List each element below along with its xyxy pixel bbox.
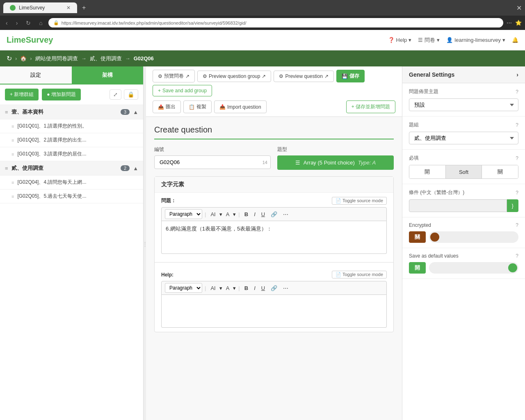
underline-button-help[interactable]: U: [259, 284, 267, 292]
question-item[interactable]: ≡ [G02Q04]、4.請問您每天上網...: [0, 176, 143, 189]
italic-button-question[interactable]: I: [252, 210, 258, 218]
question-rte-toolbar: Paragraph | AI ▾ A ▾ | B I U 🔗 ⋯: [161, 207, 387, 221]
forward-button[interactable]: ›: [14, 19, 21, 27]
reload-button[interactable]: ↻: [23, 19, 33, 27]
group-help-icon[interactable]: ?: [516, 122, 518, 128]
bold-button-question[interactable]: B: [242, 210, 250, 218]
tab-structure[interactable]: 架構: [72, 66, 144, 84]
editor-col-code: 編號 14: [154, 146, 271, 170]
save-and-add-question-button[interactable]: + 儲存並新增問題: [346, 100, 395, 113]
condition-append-button[interactable]: }: [507, 199, 518, 212]
condition-help-icon[interactable]: ?: [516, 190, 518, 196]
question-rte-content[interactable]: 6.網站滿意度（1表最不滿意，5表最滿意）：: [161, 221, 387, 254]
condition-field: }: [409, 199, 518, 212]
save-button[interactable]: 💾 儲存: [336, 70, 365, 82]
group-header-1[interactable]: ≡ 壹、基本資料 3 ▲: [0, 105, 143, 119]
import-question-button[interactable]: 📥 Import question: [214, 100, 267, 113]
breadcrumb-sep3: →: [81, 55, 87, 62]
mandatory-help-icon[interactable]: ?: [516, 155, 518, 161]
help-rte-content[interactable]: [161, 295, 387, 328]
rte-color-chevron: ▾: [233, 211, 236, 217]
encrypted-help-icon[interactable]: ?: [516, 222, 518, 228]
lock-icon-btn[interactable]: 🔒: [124, 89, 138, 100]
question-item[interactable]: ≡ [G01Q03]、3.請選擇您的居住...: [0, 147, 143, 161]
question-item[interactable]: ≡ [G01Q01]、1.請選擇您的性別。: [0, 119, 143, 133]
right-panel: General Settings › 問題佈景主題 ? 預設 題組 ? 貳、使用…: [402, 66, 525, 420]
question-drag-icon: ≡: [11, 152, 14, 157]
save-default-on-badge[interactable]: 開: [409, 262, 426, 274]
export-button[interactable]: 📤 匯出: [153, 100, 181, 113]
breadcrumb-home-icon[interactable]: 🏠: [20, 55, 27, 62]
group-select[interactable]: 貳、使用調查: [409, 132, 518, 144]
save-default-help-icon[interactable]: ?: [516, 253, 518, 259]
more-options-icon[interactable]: ⋯: [507, 20, 512, 26]
mandatory-soft-button[interactable]: Soft: [446, 165, 482, 178]
bold-button-help[interactable]: B: [242, 284, 250, 292]
add-group-button[interactable]: + 新增群組: [5, 89, 39, 100]
mandatory-off-button[interactable]: 關: [482, 165, 518, 178]
copy-button[interactable]: 📋 複製: [183, 100, 212, 113]
condition-input[interactable]: [409, 199, 507, 212]
toggle-source-help-button[interactable]: 📄 Toggle source mode: [332, 271, 387, 278]
bookmark-icon[interactable]: ⭐: [515, 20, 522, 26]
preview-survey-button[interactable]: ⚙ 預覽問卷 ↗: [153, 70, 195, 82]
toolbar: ⚙ 預覽問卷 ↗ ⚙ Preview question group ↗ ⚙ Pr…: [146, 66, 402, 117]
home-button[interactable]: ⌂: [37, 19, 45, 27]
save-default-toggle[interactable]: [429, 262, 518, 274]
question-drag-icon: ≡: [11, 124, 14, 129]
preview-question-group-button[interactable]: ⚙ Preview question group ↗: [197, 71, 271, 82]
preview-question-button[interactable]: ⚙ Preview question ↗: [274, 71, 333, 82]
font-color-button-help[interactable]: A: [224, 284, 232, 292]
export-icon: 📤: [158, 104, 164, 110]
survey-icon: ☰: [418, 37, 423, 43]
underline-button-question[interactable]: U: [259, 210, 267, 218]
link-button-question[interactable]: 🔗: [269, 210, 279, 218]
theme-select[interactable]: 預設: [409, 98, 518, 111]
code-label: 編號: [154, 146, 271, 153]
paragraph-select-help[interactable]: Paragraph: [165, 283, 202, 293]
encrypted-toggle[interactable]: [429, 231, 518, 243]
help-button[interactable]: ❓ Help ▾: [388, 37, 412, 43]
breadcrumb-refresh-icon[interactable]: ↻: [7, 55, 12, 62]
mandatory-on-button[interactable]: 開: [409, 165, 446, 178]
breadcrumb-group[interactable]: 貳、使用調查: [90, 55, 122, 62]
question-item[interactable]: ≡ [G01Q02]、2.請選擇您的出生...: [0, 133, 143, 147]
encrypted-off-badge[interactable]: 關: [409, 231, 426, 243]
theme-help-icon[interactable]: ?: [516, 89, 518, 95]
save-and-add-group-button[interactable]: + Save and add group: [153, 85, 212, 96]
tab-close-button[interactable]: ✕: [66, 5, 71, 11]
expand-icon-btn[interactable]: ⤢: [110, 89, 121, 100]
question-item[interactable]: ≡ [G02Q05]、5.過去七天每天使...: [0, 189, 143, 203]
code-input[interactable]: [154, 155, 271, 169]
type-selector-button[interactable]: ☰ Array (5 Point choice) Type: A: [277, 155, 394, 170]
more-button-question[interactable]: ⋯: [281, 210, 290, 218]
panel-header[interactable]: General Settings ›: [402, 66, 525, 83]
notification-button[interactable]: 🔔: [512, 37, 518, 43]
breadcrumb-survey[interactable]: 網站使用問卷調查: [35, 55, 78, 62]
ai-button-help[interactable]: AI: [208, 284, 217, 292]
save-default-label: Save as default values ?: [409, 253, 518, 259]
bell-icon: 🔔: [512, 37, 518, 43]
group-toggle-icon-1: ▲: [133, 109, 138, 115]
paragraph-select-question[interactable]: Paragraph: [165, 209, 202, 219]
breadcrumb-sep2: ›: [30, 55, 32, 62]
close-window-button[interactable]: ✕: [516, 4, 522, 12]
browser-tab[interactable]: LimeSurvey ✕: [3, 2, 77, 13]
group-header-2[interactable]: ≡ 貳、使用調查 2 ▲: [0, 161, 143, 176]
ai-button-question[interactable]: AI: [208, 210, 217, 218]
back-button[interactable]: ‹: [3, 19, 10, 27]
toggle-source-question-button[interactable]: 📄 Toggle source mode: [332, 197, 387, 205]
link-button-help[interactable]: 🔗: [269, 284, 279, 292]
survey-button[interactable]: ☰ 問卷 ▾: [418, 37, 440, 44]
italic-button-help[interactable]: I: [252, 284, 258, 292]
settings-section-theme: 問題佈景主題 ? 預設: [402, 83, 525, 116]
sidebar-actions-right: ⤢ 🔒: [110, 89, 138, 100]
font-color-button-question[interactable]: A: [224, 210, 232, 218]
content-area: ⚙ 預覽問卷 ↗ ⚙ Preview question group ↗ ⚙ Pr…: [146, 66, 402, 420]
add-question-button[interactable]: ● 增加新問題: [42, 89, 81, 100]
tab-settings[interactable]: 設定: [0, 66, 72, 84]
new-tab-button[interactable]: +: [80, 2, 87, 13]
user-button[interactable]: 👤 learning-limesurvey ▾: [446, 37, 505, 43]
address-input[interactable]: 🔒 https://limesurvey.imacat.idv.tw/index…: [48, 18, 503, 27]
more-button-help[interactable]: ⋯: [281, 284, 290, 292]
